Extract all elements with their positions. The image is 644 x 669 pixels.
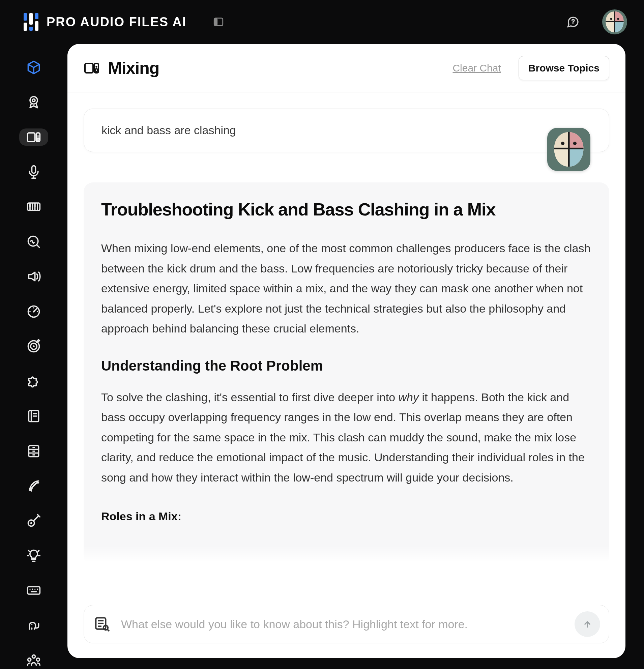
article-intro: When mixing low-end elements, one of the… bbox=[101, 238, 592, 339]
sidebar-item-collab[interactable] bbox=[19, 652, 48, 669]
sidebar-item-analyze[interactable] bbox=[19, 233, 48, 250]
user-message-text: kick and bass are clashing bbox=[101, 124, 236, 137]
svg-rect-20 bbox=[32, 166, 36, 173]
logo-icon bbox=[22, 13, 41, 31]
svg-point-14 bbox=[30, 97, 38, 104]
help-button[interactable] bbox=[565, 14, 581, 30]
help-chat-icon bbox=[566, 15, 579, 29]
svg-point-15 bbox=[32, 99, 35, 102]
svg-rect-0 bbox=[24, 13, 27, 20]
svg-point-12 bbox=[610, 18, 612, 20]
sidebar-item-mixing[interactable] bbox=[19, 128, 48, 146]
sidebar-item-guitar[interactable] bbox=[19, 512, 48, 529]
svg-rect-39 bbox=[28, 587, 40, 594]
svg-point-18 bbox=[38, 135, 39, 137]
svg-point-31 bbox=[37, 311, 38, 312]
svg-point-43 bbox=[37, 658, 40, 661]
book-icon bbox=[26, 409, 41, 424]
user-avatar[interactable] bbox=[602, 10, 627, 34]
svg-rect-22 bbox=[29, 203, 31, 207]
sidebar-item-metering[interactable] bbox=[19, 303, 48, 320]
svg-point-29 bbox=[29, 311, 31, 312]
article-roles-heading: Roles in a Mix: bbox=[101, 510, 182, 523]
sidebar bbox=[0, 44, 68, 669]
svg-rect-4 bbox=[35, 13, 39, 19]
svg-rect-2 bbox=[29, 13, 33, 25]
svg-point-30 bbox=[33, 307, 34, 309]
chat-scroll-area[interactable]: kick and bass are clashing bbox=[68, 92, 626, 595]
article-p2-post: it happens. Both the kick and bass occup… bbox=[101, 391, 585, 484]
svg-point-38 bbox=[30, 522, 32, 524]
svg-rect-5 bbox=[35, 21, 39, 31]
sidebar-item-home[interactable] bbox=[19, 59, 48, 76]
user-avatar-small bbox=[547, 128, 590, 171]
monitor-icon bbox=[26, 130, 41, 145]
sidebar-item-achievements[interactable] bbox=[19, 94, 48, 111]
svg-point-13 bbox=[617, 18, 619, 20]
puzzle-icon bbox=[26, 374, 41, 389]
keyboard-icon bbox=[26, 583, 41, 598]
page-title: Mixing bbox=[108, 58, 159, 78]
sidebar-item-keys[interactable] bbox=[19, 198, 48, 215]
sidebar-item-write[interactable] bbox=[19, 477, 48, 494]
scroll-fade bbox=[84, 545, 609, 566]
feather-icon bbox=[26, 479, 41, 493]
svg-point-41 bbox=[32, 655, 35, 658]
svg-point-34 bbox=[33, 345, 35, 347]
sidebar-item-ideas[interactable] bbox=[19, 547, 48, 564]
svg-rect-23 bbox=[32, 203, 33, 207]
speaker-icon bbox=[26, 269, 41, 284]
sidebar-item-library[interactable] bbox=[19, 407, 48, 425]
svg-point-28 bbox=[33, 311, 35, 313]
composer-input[interactable] bbox=[121, 618, 565, 631]
user-message-bubble: kick and bass are clashing bbox=[84, 109, 609, 152]
sidebar-item-memory[interactable] bbox=[19, 617, 48, 634]
sidebar-toggle-button[interactable] bbox=[213, 16, 224, 28]
guitar-icon bbox=[26, 513, 41, 528]
svg-line-58 bbox=[107, 629, 109, 631]
panel-header: Mixing Clear Chat Browse Topics bbox=[68, 44, 626, 92]
highlight-search-icon bbox=[93, 615, 112, 634]
composer bbox=[84, 605, 609, 643]
mixing-header-icon bbox=[84, 60, 100, 76]
analyze-icon bbox=[26, 234, 41, 249]
brand: PRO AUDIO FILES AI bbox=[22, 13, 186, 31]
svg-point-19 bbox=[37, 138, 40, 140]
sidebar-item-goals[interactable] bbox=[19, 338, 48, 355]
elephant-icon bbox=[26, 618, 41, 633]
svg-point-46 bbox=[96, 66, 98, 68]
arrow-up-icon bbox=[582, 618, 593, 630]
svg-point-8 bbox=[573, 23, 574, 24]
svg-rect-7 bbox=[214, 18, 218, 26]
article-p2-em: why bbox=[399, 391, 419, 404]
main-panel: Mixing Clear Chat Browse Topics kick and… bbox=[68, 44, 626, 658]
piano-icon bbox=[26, 199, 41, 214]
send-button[interactable] bbox=[574, 611, 600, 637]
bulb-icon bbox=[26, 548, 41, 563]
svg-point-42 bbox=[28, 658, 31, 661]
composer-area bbox=[68, 595, 626, 658]
team-icon bbox=[26, 653, 41, 668]
user-message-row: kick and bass are clashing bbox=[84, 109, 609, 152]
article-p2-pre: To solve the clashing, it's essential to… bbox=[101, 391, 399, 404]
svg-point-47 bbox=[95, 69, 98, 71]
mic-icon bbox=[26, 165, 41, 180]
svg-point-40 bbox=[31, 624, 33, 625]
sidebar-item-plugins[interactable] bbox=[19, 373, 48, 390]
article-p2: To solve the clashing, it's essential to… bbox=[101, 387, 592, 488]
sidebar-item-shortcuts[interactable] bbox=[19, 582, 48, 599]
svg-rect-11 bbox=[605, 21, 624, 22]
svg-point-51 bbox=[561, 142, 564, 145]
svg-rect-16 bbox=[28, 133, 35, 142]
svg-rect-3 bbox=[29, 27, 33, 31]
svg-rect-24 bbox=[34, 203, 36, 207]
sidebar-item-saved[interactable] bbox=[19, 442, 48, 460]
assistant-article: Troubleshooting Kick and Bass Clashing i… bbox=[84, 182, 609, 566]
sidebar-item-recording[interactable] bbox=[19, 163, 48, 181]
cube-icon bbox=[26, 60, 41, 75]
browse-topics-button[interactable]: Browse Topics bbox=[518, 56, 609, 80]
panel-left-icon bbox=[213, 16, 224, 28]
sidebar-item-monitoring[interactable] bbox=[19, 268, 48, 285]
svg-rect-1 bbox=[24, 23, 27, 31]
clear-chat-link[interactable]: Clear Chat bbox=[453, 62, 501, 74]
